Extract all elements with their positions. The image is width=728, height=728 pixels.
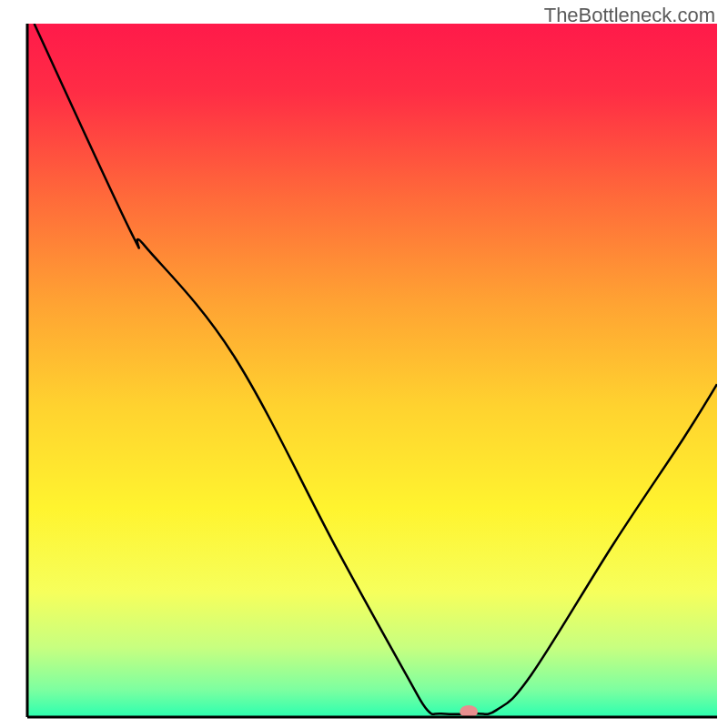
watermark-text: TheBottleneck.com (544, 4, 715, 27)
chart-container: TheBottleneck.com (0, 0, 728, 728)
bottleneck-chart (0, 0, 728, 728)
